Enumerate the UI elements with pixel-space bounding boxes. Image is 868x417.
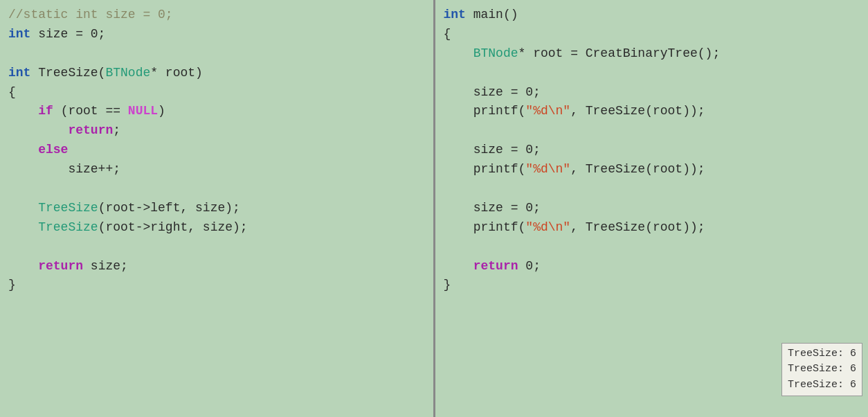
code-line: { [8, 83, 425, 103]
code-line: else [8, 141, 425, 160]
code-line [444, 238, 860, 257]
code-line: { [444, 25, 860, 44]
code-line: //static int size = 0; [8, 6, 425, 25]
code-line [8, 238, 425, 257]
code-line: int size = 0; [8, 25, 425, 44]
right-code-panel: int main() { BTNode* root = CreatBinaryT… [435, 0, 869, 417]
code-line: } [8, 276, 425, 295]
comment-text: //static int size = 0; [8, 8, 173, 21]
code-line: size = 0; [444, 141, 860, 160]
code-line [444, 179, 860, 199]
tooltip-line-2: TreeSize: 6 [788, 362, 856, 378]
code-line: return size; [8, 257, 425, 276]
keyword: int [8, 27, 30, 41]
code-line: printf("%d\n", TreeSize(root)); [444, 102, 860, 121]
code-line: TreeSize(root->left, size); [8, 199, 425, 218]
code-line: } [444, 276, 860, 295]
code-line: size = 0; [444, 199, 860, 218]
code-line: BTNode* root = CreatBinaryTree(); [444, 44, 860, 64]
code-line: printf("%d\n", TreeSize(root)); [444, 218, 860, 238]
code-line [444, 64, 860, 83]
tooltip-line-1: TreeSize: 6 [788, 346, 856, 362]
code-line: return 0; [444, 257, 860, 276]
code-line: size++; [8, 160, 425, 179]
output-tooltip: TreeSize: 6 TreeSize: 6 TreeSize: 6 [781, 343, 862, 397]
code-line: int main() [444, 6, 860, 25]
tooltip-line-3: TreeSize: 6 [788, 378, 856, 393]
code-line: size = 0; [444, 83, 860, 103]
code-line [8, 179, 425, 199]
left-code-panel: //static int size = 0; int size = 0; int… [0, 0, 435, 417]
code-line [444, 121, 860, 141]
code-line: if (root == NULL) [8, 102, 425, 121]
code-line: int TreeSize(BTNode* root) [8, 64, 425, 83]
code-line: printf("%d\n", TreeSize(root)); [444, 160, 860, 179]
code-line: TreeSize(root->right, size); [8, 218, 425, 238]
code-line: return; [8, 121, 425, 141]
code-line [8, 44, 425, 64]
